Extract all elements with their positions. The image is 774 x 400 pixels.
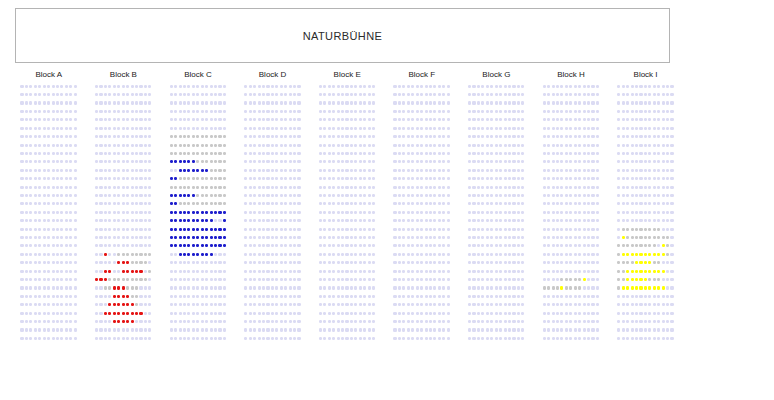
seat-selected_red[interactable] <box>131 320 134 323</box>
seat-available[interactable] <box>407 219 410 222</box>
seat-available[interactable] <box>368 152 371 155</box>
seat-available[interactable] <box>258 169 261 172</box>
seat-available[interactable] <box>223 286 226 289</box>
seat-available[interactable] <box>666 110 669 113</box>
seat-available[interactable] <box>135 186 138 189</box>
seat-available[interactable] <box>52 295 55 298</box>
seat-unavailable[interactable] <box>214 194 217 197</box>
seat-unavailable[interactable] <box>170 186 173 189</box>
seat-available[interactable] <box>293 127 296 130</box>
seat-available[interactable] <box>368 320 371 323</box>
seat-available[interactable] <box>402 270 405 273</box>
seat-available[interactable] <box>69 286 72 289</box>
seat-selected_red[interactable] <box>135 270 138 273</box>
seat-available[interactable] <box>174 261 177 264</box>
seat-available[interactable] <box>275 160 278 163</box>
seat-available[interactable] <box>635 85 638 88</box>
seat-available[interactable] <box>139 286 142 289</box>
seat-available[interactable] <box>552 127 555 130</box>
seat-available[interactable] <box>170 169 173 172</box>
seat-available[interactable] <box>433 228 436 231</box>
seat-available[interactable] <box>139 85 142 88</box>
seat-available[interactable] <box>148 160 151 163</box>
seat-available[interactable] <box>332 228 335 231</box>
seat-available[interactable] <box>560 244 563 247</box>
seat-available[interactable] <box>52 110 55 113</box>
seat-available[interactable] <box>337 328 340 331</box>
seat-available[interactable] <box>25 303 28 306</box>
seat-available[interactable] <box>393 270 396 273</box>
seat-available[interactable] <box>481 85 484 88</box>
seat-available[interactable] <box>271 278 274 281</box>
seat-available[interactable] <box>666 261 669 264</box>
seat-unavailable[interactable] <box>139 253 142 256</box>
seat-available[interactable] <box>666 328 669 331</box>
seat-available[interactable] <box>69 194 72 197</box>
seat-available[interactable] <box>34 328 37 331</box>
seat-available[interactable] <box>565 144 568 147</box>
seat-available[interactable] <box>280 118 283 121</box>
seat-available[interactable] <box>662 144 665 147</box>
seat-available[interactable] <box>56 312 59 315</box>
seat-available[interactable] <box>122 186 125 189</box>
seat-available[interactable] <box>52 337 55 340</box>
seat-selected_blue[interactable] <box>179 228 182 231</box>
seat-available[interactable] <box>512 186 515 189</box>
seat-unavailable[interactable] <box>179 152 182 155</box>
seat-available[interactable] <box>517 135 520 138</box>
seat-available[interactable] <box>666 93 669 96</box>
seat-available[interactable] <box>341 337 344 340</box>
seat-available[interactable] <box>666 228 669 231</box>
seat-available[interactable] <box>47 169 50 172</box>
seat-available[interactable] <box>556 270 559 273</box>
seat-available[interactable] <box>574 337 577 340</box>
seat-selected_blue[interactable] <box>223 236 226 239</box>
seat-available[interactable] <box>293 169 296 172</box>
seat-unavailable[interactable] <box>187 135 190 138</box>
seat-available[interactable] <box>402 144 405 147</box>
seat-available[interactable] <box>578 202 581 205</box>
seat-available[interactable] <box>578 270 581 273</box>
seat-available[interactable] <box>372 312 375 315</box>
seat-available[interactable] <box>280 211 283 214</box>
seat-available[interactable] <box>617 320 620 323</box>
seat-available[interactable] <box>583 312 586 315</box>
seat-selected_yellow[interactable] <box>626 286 629 289</box>
seat-available[interactable] <box>481 135 484 138</box>
seat-available[interactable] <box>34 152 37 155</box>
seat-selected_red[interactable] <box>117 312 120 315</box>
seat-available[interactable] <box>345 152 348 155</box>
seat-available[interactable] <box>244 337 247 340</box>
seat-available[interactable] <box>547 118 550 121</box>
seat-available[interactable] <box>425 202 428 205</box>
seat-available[interactable] <box>144 186 147 189</box>
seat-available[interactable] <box>65 219 68 222</box>
seat-selected_yellow[interactable] <box>639 270 642 273</box>
seat-available[interactable] <box>578 211 581 214</box>
seat-available[interactable] <box>170 85 173 88</box>
seat-available[interactable] <box>218 219 221 222</box>
seat-available[interactable] <box>25 144 28 147</box>
seat-available[interactable] <box>341 135 344 138</box>
seat-available[interactable] <box>591 312 594 315</box>
seat-unavailable[interactable] <box>135 261 138 264</box>
seat-available[interactable] <box>108 110 111 113</box>
seat-available[interactable] <box>368 337 371 340</box>
seat-available[interactable] <box>289 177 292 180</box>
seat-available[interactable] <box>398 135 401 138</box>
seat-available[interactable] <box>583 186 586 189</box>
seat-available[interactable] <box>249 303 252 306</box>
seat-available[interactable] <box>574 169 577 172</box>
seat-available[interactable] <box>543 152 546 155</box>
seat-available[interactable] <box>148 202 151 205</box>
seat-unavailable[interactable] <box>192 152 195 155</box>
seat-available[interactable] <box>328 177 331 180</box>
seat-available[interactable] <box>552 152 555 155</box>
seat-available[interactable] <box>569 169 572 172</box>
seat-available[interactable] <box>411 194 414 197</box>
seat-available[interactable] <box>574 93 577 96</box>
seat-available[interactable] <box>65 110 68 113</box>
seat-available[interactable] <box>104 152 107 155</box>
seat-available[interactable] <box>104 261 107 264</box>
seat-available[interactable] <box>47 194 50 197</box>
